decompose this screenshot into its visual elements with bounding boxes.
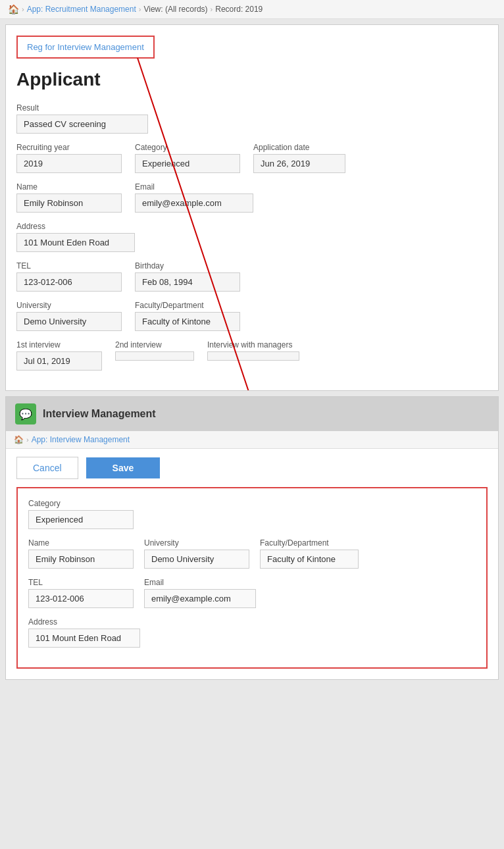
form-name-value: Emily Robinson [28, 550, 134, 569]
interview-breadcrumb-sep: › [26, 436, 29, 444]
form-university-field: University Demo University [144, 538, 249, 569]
form-university-label: University [144, 538, 249, 548]
faculty-label: Faculty/Department [135, 301, 240, 310]
faculty-value: Faculty of Kintone [135, 312, 240, 331]
row-interviews: 1st interview Jul 01, 2019 2nd interview… [16, 340, 488, 371]
birthday-field: Birthday Feb 08, 1994 [135, 261, 240, 292]
interview1-value: Jul 01, 2019 [16, 351, 102, 371]
save-button[interactable]: Save [86, 457, 161, 478]
application-date-value: Jun 26, 2019 [253, 154, 345, 173]
interview-header-title: Interview Management [43, 408, 156, 420]
tel-field: TEL 123-012-006 [16, 261, 122, 292]
interview-breadcrumb: 🏠 › App: Interview Management [6, 431, 498, 449]
lower-panel: 💬 Interview Management 🏠 › App: Intervie… [5, 396, 499, 680]
application-date-label: Application date [253, 143, 345, 152]
university-value: Demo University [16, 312, 122, 331]
breadcrumb-app-link[interactable]: App: Recruitment Management [27, 5, 136, 14]
form-faculty-value: Faculty of Kintone [260, 550, 359, 569]
result-field: Result Passed CV screening [16, 103, 488, 134]
row-university: University Demo University Faculty/Depar… [16, 301, 488, 331]
recruiting-year-label: Recruiting year [16, 143, 122, 152]
interview-header: 💬 Interview Management [6, 397, 498, 431]
result-value: Passed CV screening [16, 115, 148, 134]
category-value: Experienced [135, 154, 240, 173]
form-email-value: emily@example.com [144, 589, 256, 608]
breadcrumb-separator-1: › [22, 5, 24, 13]
form-name-label: Name [28, 538, 134, 548]
form-email-label: Email [144, 578, 256, 587]
cancel-button[interactable]: Cancel [16, 457, 78, 479]
upper-panel: Reg for Interview Management Applicant R… [5, 24, 499, 391]
form-university-value: Demo University [144, 550, 249, 569]
form-address-field: Address 101 Mount Eden Road [28, 617, 476, 648]
page-title: Applicant [16, 69, 488, 90]
name-field: Name Emily Robinson [16, 182, 122, 213]
category-label: Category [135, 143, 240, 152]
interview2-label: 2nd interview [115, 340, 194, 349]
interview-form: Category Experienced Name Emily Robinson… [16, 487, 488, 669]
form-faculty-label: Faculty/Department [260, 538, 359, 548]
breadcrumb-record: Record: 2019 [215, 5, 263, 14]
interview-managers-value [207, 351, 299, 361]
university-field: University Demo University [16, 301, 122, 331]
row-tel: TEL 123-012-006 Birthday Feb 08, 1994 [16, 261, 488, 292]
recruiting-year-field: Recruiting year 2019 [16, 143, 122, 173]
tel-value: 123-012-006 [16, 272, 122, 292]
breadcrumb: 🏠 › App: Recruitment Management › View: … [0, 0, 504, 19]
address-field: Address 101 Mount Eden Road [16, 222, 488, 252]
home-icon[interactable]: 🏠 [8, 4, 19, 14]
breadcrumb-separator-2: › [139, 5, 141, 13]
form-address-label: Address [28, 617, 476, 627]
form-category-field: Category Experienced [28, 499, 476, 529]
breadcrumb-view: View: (All records) [143, 5, 207, 14]
interview1-field: 1st interview Jul 01, 2019 [16, 340, 102, 371]
interview2-field: 2nd interview [115, 340, 194, 371]
email-label: Email [135, 182, 253, 192]
interview2-value [115, 351, 194, 361]
interview-home-icon[interactable]: 🏠 [14, 435, 24, 444]
birthday-value: Feb 08, 1994 [135, 272, 240, 292]
birthday-label: Birthday [135, 261, 240, 270]
interview-actions: Cancel Save [6, 449, 498, 487]
email-field: Email emily@example.com [135, 182, 253, 213]
form-category-value: Experienced [28, 510, 134, 529]
interview-header-icon: 💬 [15, 403, 36, 424]
name-value: Emily Robinson [16, 193, 122, 213]
recruiting-year-value: 2019 [16, 154, 122, 173]
form-tel-label: TEL [28, 578, 134, 587]
tel-label: TEL [16, 261, 122, 270]
form-category-label: Category [28, 499, 476, 508]
address-value: 101 Mount Eden Road [16, 233, 135, 252]
category-field: Category Experienced [135, 143, 240, 173]
form-email-field: Email emily@example.com [144, 578, 256, 608]
reg-interview-button[interactable]: Reg for Interview Management [16, 36, 155, 59]
form-address-value: 101 Mount Eden Road [28, 629, 140, 648]
row-recruiting: Recruiting year 2019 Category Experience… [16, 143, 488, 173]
chat-icon: 💬 [19, 408, 32, 421]
interview-app-link[interactable]: App: Interview Management [32, 435, 130, 444]
address-label: Address [16, 222, 488, 231]
email-value: emily@example.com [135, 193, 253, 213]
interview-managers-field: Interview with managers [207, 340, 299, 371]
result-label: Result [16, 103, 488, 113]
interview1-label: 1st interview [16, 340, 102, 349]
form-name-field: Name Emily Robinson [28, 538, 134, 569]
form-row-tel: TEL 123-012-006 Email emily@example.com [28, 578, 476, 608]
breadcrumb-separator-3: › [211, 5, 213, 13]
interview-managers-label: Interview with managers [207, 340, 299, 349]
faculty-field: Faculty/Department Faculty of Kintone [135, 301, 240, 331]
university-label: University [16, 301, 122, 310]
row-name: Name Emily Robinson Email emily@example.… [16, 182, 488, 213]
form-tel-field: TEL 123-012-006 [28, 578, 134, 608]
form-faculty-field: Faculty/Department Faculty of Kintone [260, 538, 359, 569]
form-tel-value: 123-012-006 [28, 589, 134, 608]
name-label: Name [16, 182, 122, 192]
form-row-name: Name Emily Robinson University Demo Univ… [28, 538, 476, 569]
application-date-field: Application date Jun 26, 2019 [253, 143, 345, 173]
